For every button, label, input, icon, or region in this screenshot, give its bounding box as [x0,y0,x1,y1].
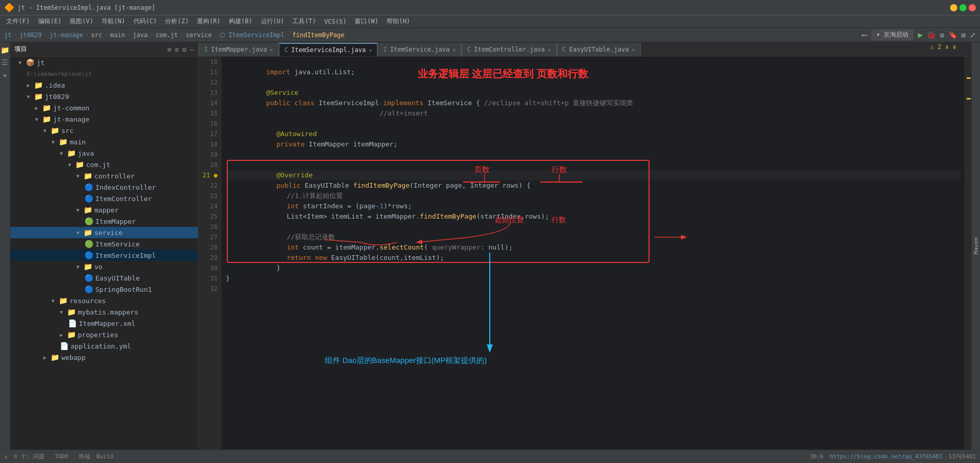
tree-item-index-controller[interactable]: 🔵 IndexController [10,181,198,193]
link-label[interactable]: https://blog.csdn.net/qq_43765481 [829,453,942,460]
maven-panel-toggle[interactable]: Maven [972,42,980,450]
filter-icon[interactable]: ≡ [175,45,179,54]
folder-icon: 📁 [84,206,92,214]
nav-back-icon[interactable]: ⟵ [862,30,867,40]
menu-run[interactable]: 运行(U) [257,16,289,27]
debug-button[interactable]: 🐞 [927,31,936,39]
tab-close-icon[interactable]: ✕ [632,47,635,53]
tree-item-service[interactable]: ▼ 📁 service [10,227,198,238]
tree-label: vo [94,263,103,271]
tab-close-icon[interactable]: ✕ [548,47,551,53]
terminal-label[interactable]: 终端 [79,453,90,460]
tree-item-idea[interactable]: ▶ 📁 .idea [10,79,198,91]
bookmark-icon[interactable]: 🔖 [949,31,957,39]
tree-item-jt[interactable]: ▼ 📦 jt [10,57,198,68]
tree-item-jt-manage[interactable]: ▼ 📁 jt-manage [10,113,198,125]
tree-item-item-mapper[interactable]: 🟢 ItemMapper [10,216,198,227]
tree-item-webapp[interactable]: ▶ 📁 webapp [10,352,198,363]
tree-item-vo[interactable]: ▼ 📁 vo [10,261,198,272]
folder-icon: 📁 [51,126,59,135]
tab-interface-icon: I [204,46,208,53]
arrow-icon: ▶ [60,332,65,338]
close-button[interactable] [969,4,976,11]
problems-icon: ⚠ [4,453,8,460]
scroll-marker-1 [967,77,971,79]
tree-item-properties[interactable]: ▶ 📁 properties [10,329,198,340]
maximize-button[interactable] [959,4,967,11]
code-editor[interactable]: 10 11 12 13 14 15 16 17 18 19 20 21 ● 22… [198,57,972,450]
line-num-12: 12 [203,77,218,88]
tree-item-mapper[interactable]: ▼ 📁 mapper [10,204,198,216]
menu-navigate[interactable]: 导航(N) [97,16,129,27]
tree-label: .idea [45,81,65,89]
tab-item-controller[interactable]: C ItemController.java ✕ [461,43,557,56]
code-line-30 [226,263,960,273]
arrow-icon: ▶ [35,105,40,111]
menu-analyze[interactable]: 分析(Z) [161,16,193,27]
menu-file[interactable]: 文件(F) [2,16,34,27]
line-num-31: 31 [203,273,218,284]
class-icon: 🔵 [85,274,93,282]
tab-close-icon[interactable]: ✕ [453,47,456,53]
tree-item-jt0829[interactable]: ▼ 📁 jt0829 [10,91,198,102]
arrow-icon: ▼ [76,230,81,236]
menu-build[interactable]: 构建(B) [225,16,257,27]
menu-view[interactable]: 视图(V) [65,16,97,27]
gear-icon[interactable]: ⚙ [182,45,186,54]
run-config-label[interactable]: ▾ 京淘启动 [871,29,913,40]
tree-item-jt-common[interactable]: ▶ 📁 jt-common [10,102,198,113]
structure-icon[interactable]: ☰ [0,57,10,68]
line-num-23: 23 [203,191,218,201]
tree-item-application-yml[interactable]: 📄 application.yml [10,340,198,352]
build-label[interactable]: Build [96,453,113,460]
scrollbar[interactable] [965,57,972,450]
tree-item-item-controller[interactable]: 🔵 ItemController [10,193,198,204]
menu-edit[interactable]: 编辑(E) [34,16,66,27]
menu-tools[interactable]: 工具(T) [288,16,320,27]
tree-item-easyuitabel[interactable]: 🔵 EasyUITable [10,272,198,284]
menu-vcs[interactable]: VCS(S) [320,17,351,26]
tree-item-resources[interactable]: ▼ 📁 resources [10,295,198,306]
tab-easy-ui-table[interactable]: C EasyUITable.java ✕ [557,43,641,56]
tree-item-item-service[interactable]: 🟢 ItemService [10,238,198,250]
tree-item-springbootrun[interactable]: 🔵 SpringBootRun1 [10,284,198,295]
tab-item-service[interactable]: I ItemService.java ✕ [377,43,461,56]
sidebar-header: 项目 ⊕ ≡ ⚙ − [10,42,198,57]
tab-item-service-impl[interactable]: C ItemServiceImpl.java ✕ [279,43,378,56]
todo-label[interactable]: TODO [55,453,69,460]
tree-item-controller[interactable]: ▼ 📁 controller [10,170,198,181]
expand-icon[interactable]: ⤢ [970,31,976,39]
layout-icon[interactable]: ⊞ [961,31,966,39]
tree-item-itemMapper-xml[interactable]: 📄 ItemMapper.xml [10,318,198,329]
status-bar: ⚠ 0 个: 问题 TODO 终端 Build 30:6 https://blo… [0,450,980,463]
menu-refactor[interactable]: 重构(R) [193,16,225,27]
run-button[interactable]: ▶ [918,30,923,40]
tab-item-mapper[interactable]: I ItemMapper.java ✕ [198,43,279,56]
code-line-31: } [226,273,960,284]
tree-item-java[interactable]: ▼ 📁 java [10,147,198,159]
nav-service: service [186,31,212,39]
minimize-sidebar-icon[interactable]: − [190,45,194,54]
menu-code[interactable]: 代码(C) [129,16,161,27]
tree-item-src[interactable]: ▼ 📁 src [10,125,198,136]
folder-icon: 📁 [84,262,92,271]
settings-icon[interactable]: ⚙ [940,31,944,39]
nav-right: ⟵ ▾ 京淘启动 ▶ 🐞 ⚙ 🔖 ⊞ ⤢ [862,29,976,40]
problems-label[interactable]: 0 个: 问题 [14,453,45,460]
minimize-button[interactable] [950,4,957,11]
nav-jt0829: jt0829 [20,31,42,39]
project-icon[interactable]: 📁 [0,44,11,56]
tree-label: ItemMapper [95,218,136,225]
encoding-label: 13765481 [949,453,976,460]
tree-item-mybatis-mappers[interactable]: ▼ 📁 mybatis.mappers [10,306,198,318]
menu-help[interactable]: 帮助(H) [383,16,414,27]
menu-window[interactable]: 窗口(W) [351,16,383,27]
arrow-icon: ▶ [43,355,48,360]
sync-icon[interactable]: ⊕ [167,45,171,54]
bookmark-side-icon[interactable]: ★ [1,69,8,80]
tab-close-icon[interactable]: ✕ [369,47,372,53]
tree-item-com-jt[interactable]: ▼ 📁 com.jt [10,159,198,170]
tree-item-item-service-impl[interactable]: 🔵 ItemServiceImpl [10,250,198,261]
tree-item-main[interactable]: ▼ 📁 main [10,136,198,147]
tab-close-icon[interactable]: ✕ [270,47,273,53]
